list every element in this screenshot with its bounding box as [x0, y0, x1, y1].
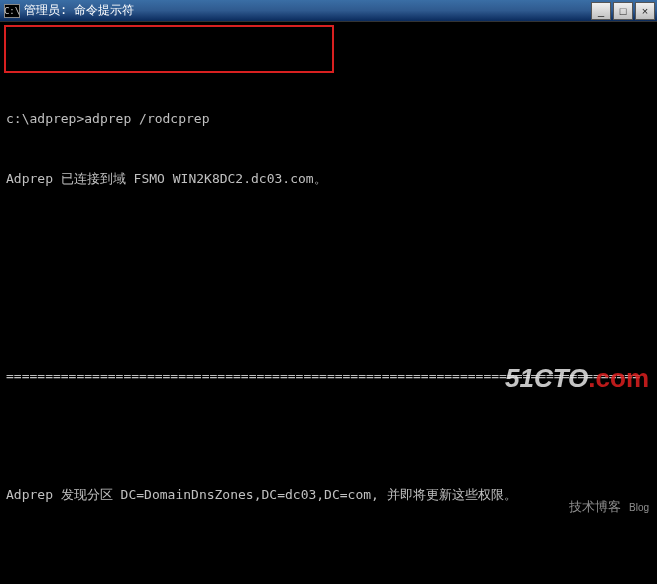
separator-line: ========================================… — [6, 366, 655, 386]
prompt-line: c:\adprep>adprep /rodcprep — [6, 109, 655, 129]
blank-line — [6, 288, 655, 306]
blank-line — [6, 545, 655, 563]
output-line: Adprep 已连接到域 FSMO WIN2K8DC2.dc03.com。 — [6, 169, 655, 189]
console-icon: C:\ — [4, 4, 20, 18]
window-title: 管理员: 命令提示符 — [24, 2, 134, 19]
close-button[interactable]: × — [635, 2, 655, 20]
maximize-button[interactable]: □ — [613, 2, 633, 20]
blank-line — [6, 229, 655, 247]
window-titlebar: C:\ 管理员: 命令提示符 _ □ × — [0, 0, 657, 22]
output-line: Adprep 发现分区 DC=DomainDnsZones,DC=dc03,DC… — [6, 485, 655, 505]
annotation-highlight — [4, 25, 334, 73]
watermark-sub-en: Blog — [629, 502, 649, 513]
blank-line — [6, 427, 655, 445]
terminal-output[interactable]: c:\adprep>adprep /rodcprep Adprep 已连接到域 … — [0, 22, 657, 584]
window-controls: _ □ × — [589, 2, 655, 20]
minimize-button[interactable]: _ — [591, 2, 611, 20]
